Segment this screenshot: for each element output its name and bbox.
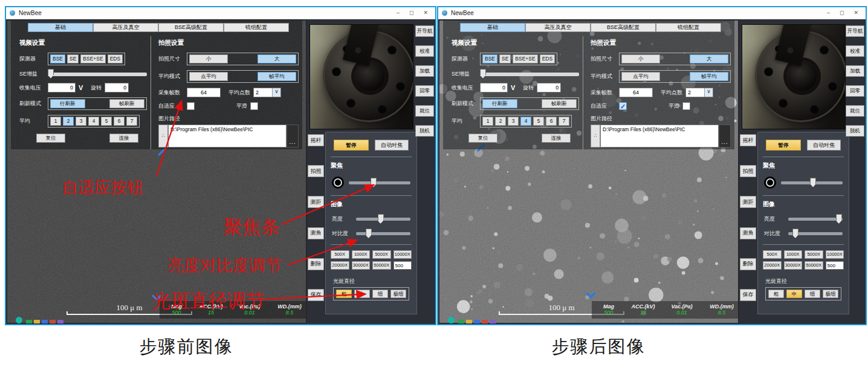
photo-size-button[interactable]: 小 [621, 54, 660, 63]
average-button[interactable]: 7 [559, 117, 569, 126]
average-button[interactable]: 6 [546, 117, 557, 126]
average-button[interactable]: 1 [482, 117, 493, 126]
connect-button[interactable]: 连接 [109, 134, 138, 143]
close-icon[interactable]: ✕ [853, 10, 858, 16]
stage-button[interactable]: 校准 [846, 45, 864, 57]
photo-size-button[interactable]: 大 [257, 54, 296, 63]
pause-button[interactable]: 暂停 [334, 140, 369, 151]
points-dropdown[interactable]: 2 ∨ [685, 88, 713, 97]
se-gain-slider[interactable] [480, 73, 579, 76]
slider-thumb[interactable] [378, 214, 384, 224]
detector-option-button[interactable]: BSE [482, 54, 497, 63]
contrast-slider[interactable] [788, 232, 843, 235]
magnification-button[interactable]: 500X [331, 250, 349, 259]
average-button[interactable]: 7 [126, 117, 137, 126]
reset-button[interactable]: 复位 [468, 134, 497, 143]
slider-thumb[interactable] [792, 229, 798, 238]
magnification-button[interactable]: 20000X [331, 261, 349, 270]
magnification-button[interactable]: 10000X [394, 250, 412, 259]
spot-size-button[interactable]: 极细 [823, 290, 838, 298]
slider-thumb[interactable] [366, 229, 372, 238]
refresh-mode-button[interactable]: 行刷新 [50, 99, 85, 108]
smooth-checkbox[interactable] [682, 102, 690, 110]
tab[interactable]: 基础 [460, 23, 525, 32]
stage-button[interactable]: 回零 [415, 85, 434, 97]
tool-button[interactable]: 测角 [740, 227, 756, 239]
path-tree-icon[interactable]: ∴ [591, 125, 600, 148]
refresh-mode-button[interactable]: 帧刷新 [109, 99, 144, 108]
tool-button[interactable]: 保存 [308, 289, 324, 301]
magnification-button[interactable]: 10000X [826, 250, 844, 259]
maximize-icon[interactable]: ◻ [840, 10, 844, 16]
average-button[interactable]: 4 [88, 117, 99, 126]
tab[interactable]: 高压及真空 [525, 23, 591, 32]
tool-button[interactable]: 测角 [308, 227, 324, 239]
detector-option-button[interactable]: BSE+SE [80, 54, 105, 63]
magnification-button[interactable]: 1000X [784, 250, 803, 259]
smooth-checkbox[interactable] [250, 102, 258, 110]
magnification-input[interactable] [826, 261, 844, 270]
frames-input[interactable] [187, 88, 221, 97]
rotate-input[interactable] [537, 83, 561, 92]
adaptive-checkbox[interactable] [619, 102, 627, 110]
average-button[interactable]: 5 [101, 117, 112, 126]
adaptive-checkbox[interactable] [187, 102, 195, 110]
magnification-button[interactable]: 30000X [352, 261, 371, 270]
stage-button[interactable]: 脱机 [415, 125, 434, 137]
slider-thumb[interactable] [371, 178, 377, 187]
maximize-icon[interactable]: ◻ [409, 10, 413, 16]
path-tree-icon[interactable]: ∴ [158, 125, 168, 148]
average-button[interactable]: 5 [533, 117, 544, 126]
rotate-input[interactable] [105, 83, 129, 92]
tool-button[interactable]: 删除 [308, 258, 324, 270]
spot-size-button[interactable]: 中 [354, 290, 370, 298]
record-icon[interactable] [764, 177, 776, 189]
tool-button[interactable]: 测距 [740, 196, 756, 208]
spot-size-button[interactable]: 粗 [768, 290, 784, 298]
magnification-button[interactable]: 5000X [372, 250, 391, 259]
minimize-icon[interactable]: – [827, 10, 830, 16]
spot-size-button[interactable]: 细 [372, 290, 388, 298]
average-mode-button[interactable]: 点平均 [189, 72, 228, 81]
detector-option-button[interactable]: EDS [108, 54, 123, 63]
average-mode-button[interactable]: 帧平均 [690, 72, 728, 81]
average-button[interactable]: 2 [495, 117, 506, 126]
stage-button[interactable]: 就位 [415, 105, 434, 117]
tool-button[interactable]: 拍照 [740, 165, 756, 177]
magnification-button[interactable]: 20000X [763, 261, 782, 270]
magnification-button[interactable]: 500X [763, 250, 782, 259]
chevron-down-icon[interactable]: ∨ [704, 88, 713, 97]
chevron-down-icon[interactable]: ∨ [272, 88, 280, 97]
magnification-button[interactable]: 50000X [805, 261, 823, 270]
magnification-button[interactable]: 1000X [352, 250, 371, 259]
tool-button[interactable]: 摇杆 [740, 134, 756, 146]
slider-thumb[interactable] [48, 69, 54, 79]
slider-thumb[interactable] [810, 178, 816, 187]
refresh-mode-button[interactable]: 行刷新 [482, 99, 517, 108]
focus-slider[interactable] [349, 181, 410, 184]
browse-button[interactable]: ... [287, 125, 299, 148]
autofocus-button[interactable]: 自动对焦 [375, 140, 409, 151]
average-mode-button[interactable]: 帧平均 [257, 72, 296, 81]
tab[interactable]: 基础 [28, 23, 93, 32]
stage-button[interactable]: 加载 [415, 65, 434, 77]
average-button[interactable]: 4 [520, 117, 531, 126]
slider-thumb[interactable] [480, 69, 486, 79]
magnification-button[interactable]: 30000X [784, 261, 803, 270]
spot-size-button[interactable]: 中 [786, 290, 802, 298]
detector-option-button[interactable]: SE [499, 54, 511, 63]
reset-button[interactable]: 复位 [36, 134, 65, 143]
stage-button[interactable]: 回零 [846, 85, 864, 97]
brightness-slider[interactable] [356, 218, 410, 221]
tool-button[interactable]: 拍照 [308, 165, 324, 177]
brightness-slider[interactable] [788, 218, 843, 221]
frames-input[interactable] [619, 88, 653, 97]
stage-button[interactable]: 脱机 [846, 125, 864, 137]
focus-slider[interactable] [781, 181, 843, 184]
record-icon[interactable] [332, 177, 344, 189]
slider-thumb[interactable] [836, 214, 842, 224]
minimize-icon[interactable]: – [397, 10, 400, 16]
tool-button[interactable]: 测距 [308, 196, 324, 208]
tool-button[interactable]: 摇杆 [308, 134, 324, 146]
autofocus-button[interactable]: 自动对焦 [807, 140, 841, 151]
